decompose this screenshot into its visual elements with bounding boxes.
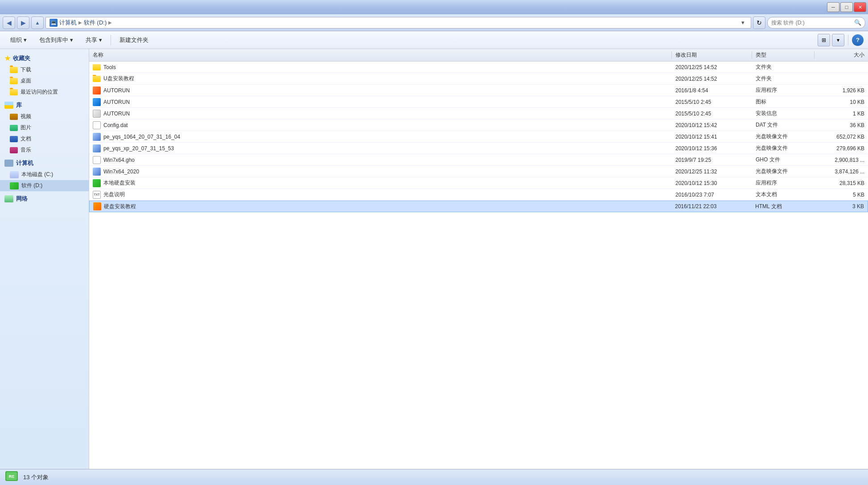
col-header-type[interactable]: 类型 bbox=[752, 51, 815, 59]
title-bar: ─ □ ✕ bbox=[0, 0, 868, 14]
file-name-cell: Win7x64_2020 bbox=[89, 168, 672, 176]
view-toggle-button[interactable]: ⊞ bbox=[818, 34, 830, 46]
file-iso-icon bbox=[93, 168, 101, 176]
file-name: Tools bbox=[103, 64, 116, 70]
file-list-header: 名称 修改日期 类型 大小 bbox=[89, 49, 868, 62]
doc-icon bbox=[10, 136, 18, 142]
file-size: 10 KB bbox=[815, 99, 868, 105]
file-txt-icon: TXT bbox=[93, 191, 101, 199]
view-dropdown-button[interactable]: ▾ bbox=[832, 34, 844, 46]
status-icon: RE bbox=[4, 470, 19, 485]
file-date: 2016/1/8 4:54 bbox=[672, 87, 752, 94]
col-header-date[interactable]: 修改日期 bbox=[672, 51, 752, 59]
file-ico-icon bbox=[93, 98, 101, 106]
sidebar-libraries-header[interactable]: 库 bbox=[0, 99, 89, 111]
file-name-cell: Win7x64.gho bbox=[89, 156, 672, 164]
path-computer-icon: 💻 bbox=[49, 19, 58, 27]
search-icon[interactable]: 🔍 bbox=[854, 19, 861, 26]
sidebar-item-recent[interactable]: 最近访问的位置 bbox=[0, 86, 89, 98]
sidebar-network-header[interactable]: 网络 bbox=[0, 193, 89, 205]
path-dropdown-button[interactable]: ▾ bbox=[738, 18, 747, 27]
table-row[interactable]: pe_yqs_1064_20_07_31_16_04 2020/10/12 15… bbox=[89, 131, 868, 143]
drive-d-icon bbox=[10, 182, 19, 189]
file-name: Win7x64.gho bbox=[103, 157, 135, 163]
search-input[interactable] bbox=[771, 20, 852, 26]
table-row[interactable]: Config.dat 2020/10/12 15:42 DAT 文件 36 KB bbox=[89, 119, 868, 131]
organize-dropdown-icon: ▾ bbox=[24, 37, 27, 43]
help-button[interactable]: ? bbox=[852, 34, 864, 46]
sidebar-item-image[interactable]: 图片 bbox=[0, 122, 89, 133]
table-row[interactable]: pe_yqs_xp_20_07_31_15_53 2020/10/12 15:3… bbox=[89, 143, 868, 154]
path-drive[interactable]: 软件 (D:) bbox=[84, 19, 107, 27]
sidebar-item-downloads[interactable]: 下载 bbox=[0, 64, 89, 75]
sidebar-item-drive-c[interactable]: 本地磁盘 (C:) bbox=[0, 169, 89, 180]
table-row[interactable]: 本地硬盘安装 2020/10/12 15:30 应用程序 28,315 KB bbox=[89, 177, 868, 189]
share-button[interactable]: 共享 ▾ bbox=[80, 33, 108, 47]
add-to-library-button[interactable]: 包含到库中 ▾ bbox=[33, 33, 79, 47]
col-header-name[interactable]: 名称 bbox=[89, 51, 672, 59]
table-row[interactable]: Win7x64.gho 2019/9/7 19:25 GHO 文件 2,900,… bbox=[89, 154, 868, 166]
libraries-icon bbox=[4, 102, 13, 109]
search-box: 🔍 bbox=[767, 17, 865, 29]
sidebar-item-doc[interactable]: 文档 bbox=[0, 133, 89, 144]
refresh-button[interactable]: ↻ bbox=[753, 16, 765, 29]
path-arrow-1: ▶ bbox=[78, 20, 82, 25]
file-size: 1,926 KB bbox=[815, 87, 868, 94]
sidebar-computer-header[interactable]: 计算机 bbox=[0, 157, 89, 169]
table-row[interactable]: AUTORUN 2016/1/8 4:54 应用程序 1,926 KB bbox=[89, 85, 868, 96]
file-type: 文件夹 bbox=[752, 75, 815, 82]
network-label: 网络 bbox=[16, 195, 28, 203]
table-row[interactable]: TXT 光盘说明 2016/10/23 7:07 文本文档 5 KB bbox=[89, 189, 868, 201]
sidebar-favorites-header[interactable]: ★ 收藏夹 bbox=[0, 53, 89, 64]
maximize-button[interactable]: □ bbox=[840, 2, 853, 12]
sidebar-item-desktop[interactable]: 桌面 bbox=[0, 75, 89, 86]
file-date: 2016/11/21 22:03 bbox=[671, 203, 752, 210]
file-name: AUTORUN bbox=[103, 111, 130, 117]
organize-button[interactable]: 组织 ▾ bbox=[4, 33, 33, 47]
file-date: 2016/10/23 7:07 bbox=[672, 192, 752, 198]
sidebar-section-libraries: 库 视频 图片 文档 音乐 bbox=[0, 99, 89, 156]
file-type: 文件夹 bbox=[752, 63, 815, 71]
video-icon bbox=[10, 114, 18, 120]
sidebar-item-drive-d[interactable]: 软件 (D:) bbox=[0, 180, 89, 191]
path-computer[interactable]: 计算机 bbox=[59, 19, 77, 27]
up-button[interactable]: ▲ bbox=[31, 16, 44, 29]
share-label: 共享 bbox=[86, 36, 97, 44]
file-name: 硬盘安装教程 bbox=[104, 203, 136, 210]
recent-folder-icon bbox=[10, 89, 18, 95]
file-name: AUTORUN bbox=[103, 99, 130, 105]
toolbar-right: ⊞ ▾ ? bbox=[818, 34, 864, 46]
file-type: 光盘映像文件 bbox=[752, 168, 815, 175]
table-row[interactable]: 硬盘安装教程 2016/11/21 22:03 HTML 文档 3 KB bbox=[89, 201, 868, 212]
sidebar-section-network: 网络 bbox=[0, 193, 89, 205]
forward-button[interactable]: ▶ bbox=[17, 16, 29, 29]
toolbar-separator-2 bbox=[848, 35, 848, 45]
file-dat-icon bbox=[93, 121, 101, 129]
new-folder-button[interactable]: 新建文件夹 bbox=[114, 33, 154, 47]
library-dropdown-icon: ▾ bbox=[70, 37, 73, 43]
computer-icon bbox=[4, 160, 13, 167]
back-button[interactable]: ◀ bbox=[3, 16, 15, 29]
close-button[interactable]: ✕ bbox=[854, 2, 866, 12]
share-dropdown-icon: ▾ bbox=[99, 37, 102, 43]
drive-d-label: 软件 (D:) bbox=[21, 182, 42, 189]
table-row[interactable]: AUTORUN 2015/5/10 2:45 安装信息 1 KB bbox=[89, 108, 868, 119]
file-folder-icon bbox=[93, 64, 101, 70]
music-label: 音乐 bbox=[21, 146, 31, 154]
table-row[interactable]: Tools 2020/12/25 14:52 文件夹 bbox=[89, 62, 868, 73]
sidebar-item-music[interactable]: 音乐 bbox=[0, 144, 89, 156]
file-name: AUTORUN bbox=[103, 87, 130, 94]
file-date: 2020/12/25 11:32 bbox=[672, 169, 752, 175]
file-date: 2020/12/25 14:52 bbox=[672, 64, 752, 70]
main-content: ★ 收藏夹 下载 桌面 最近访问的位置 库 bbox=[0, 49, 868, 469]
address-path[interactable]: 💻 计算机 ▶ 软件 (D:) ▶ ▾ bbox=[45, 17, 751, 29]
col-header-size[interactable]: 大小 bbox=[815, 51, 868, 59]
sidebar-item-video[interactable]: 视频 bbox=[0, 111, 89, 122]
desktop-folder-icon bbox=[10, 78, 18, 84]
table-row[interactable]: Win7x64_2020 2020/12/25 11:32 光盘映像文件 3,8… bbox=[89, 166, 868, 177]
table-row[interactable]: AUTORUN 2015/5/10 2:45 图标 10 KB bbox=[89, 96, 868, 108]
table-row[interactable]: U盘安装教程 2020/12/25 14:52 文件夹 bbox=[89, 73, 868, 85]
minimize-button[interactable]: ─ bbox=[827, 2, 839, 12]
file-type: GHO 文件 bbox=[752, 156, 815, 164]
new-folder-label: 新建文件夹 bbox=[119, 36, 148, 44]
